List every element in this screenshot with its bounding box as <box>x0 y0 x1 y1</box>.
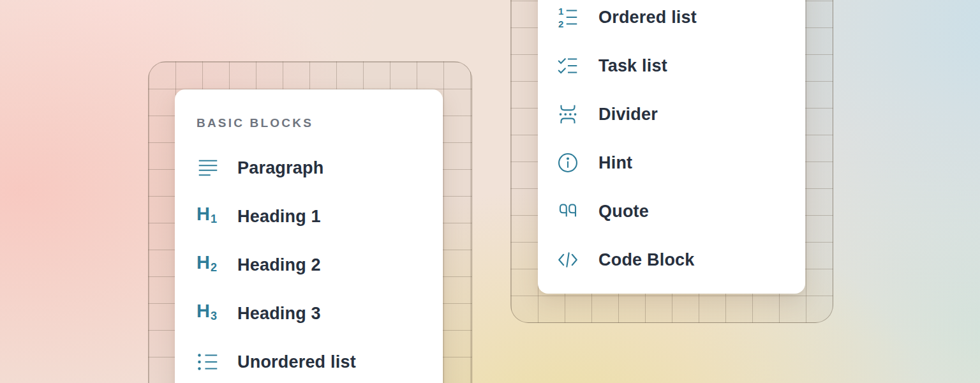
menu-item-quote[interactable]: Quote <box>556 187 805 236</box>
code-block-icon <box>556 248 579 271</box>
svg-text:2: 2 <box>558 19 563 29</box>
menu-item-label: Hint <box>598 153 632 173</box>
task-list-icon <box>556 54 579 77</box>
quote-icon <box>556 200 579 223</box>
blocks-list: 1 2 Ordered list Task list <box>538 0 805 284</box>
menu-item-heading-2[interactable]: H2 Heading 2 <box>197 241 443 289</box>
paragraph-icon <box>197 156 219 179</box>
menu-item-hint[interactable]: Hint <box>556 139 805 187</box>
divider-icon <box>556 103 579 126</box>
menu-item-task-list[interactable]: Task list <box>556 41 805 90</box>
menu-item-code-block[interactable]: Code Block <box>556 236 805 284</box>
ordered-list-icon: 1 2 <box>556 6 579 29</box>
unordered-list-icon <box>197 350 219 373</box>
menu-item-label: Task list <box>598 56 667 76</box>
blocks-menu-extended: 1 2 Ordered list Task list <box>538 0 805 294</box>
menu-item-heading-3[interactable]: H3 Heading 3 <box>197 289 443 338</box>
canvas: BASIC BLOCKS Paragraph H1 Heading 1 H2 H… <box>0 0 980 383</box>
menu-item-label: Code Block <box>598 250 695 270</box>
menu-item-unordered-list[interactable]: Unordered list <box>197 338 443 383</box>
menu-item-label: Heading 3 <box>237 304 321 324</box>
section-label: BASIC BLOCKS <box>197 116 313 130</box>
heading-2-icon: H2 <box>197 253 219 276</box>
hint-icon <box>556 151 579 174</box>
menu-item-label: Divider <box>598 105 658 124</box>
menu-item-heading-1[interactable]: H1 Heading 1 <box>197 192 443 241</box>
menu-item-label: Quote <box>598 202 649 222</box>
menu-item-label: Unordered list <box>237 352 356 372</box>
basic-blocks-list: Paragraph H1 Heading 1 H2 Heading 2 H3 H… <box>175 144 443 383</box>
menu-item-label: Ordered list <box>598 8 697 27</box>
menu-item-label: Heading 1 <box>237 207 321 227</box>
svg-text:1: 1 <box>558 6 563 17</box>
menu-item-label: Heading 2 <box>237 255 321 275</box>
heading-1-icon: H1 <box>197 205 219 228</box>
heading-3-icon: H3 <box>197 302 219 325</box>
basic-blocks-menu: BASIC BLOCKS Paragraph H1 Heading 1 H2 H… <box>175 89 443 383</box>
menu-item-label: Paragraph <box>237 158 323 178</box>
menu-item-ordered-list[interactable]: 1 2 Ordered list <box>556 0 805 41</box>
menu-item-paragraph[interactable]: Paragraph <box>197 144 443 192</box>
menu-item-divider[interactable]: Divider <box>556 90 805 139</box>
